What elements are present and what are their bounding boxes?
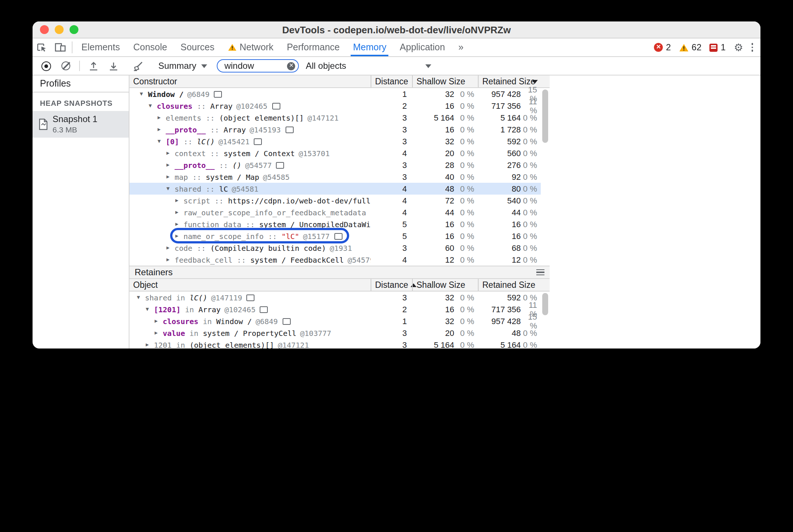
column-header-constructor[interactable]: Constructor xyxy=(129,75,371,87)
tree-row[interactable]: ▶__proto__ :: ()@545773280 %2760 % xyxy=(129,159,541,171)
tree-row[interactable]: ▶script :: https://cdpn.io/web-dot-dev/f… xyxy=(129,195,541,206)
tab-network[interactable]: Network xyxy=(221,38,280,56)
column-header-shallow-size[interactable]: Shallow Size xyxy=(412,75,478,87)
tree-row[interactable]: ▶name_or_scope_info :: "lC"@151775160 %1… xyxy=(129,230,541,242)
object-filter-select[interactable]: All objects xyxy=(306,61,435,71)
issues-badge[interactable]: 1 xyxy=(710,42,726,53)
tree-row[interactable]: ▶elements :: (object elements)[]@1471213… xyxy=(129,112,541,124)
retainer-row[interactable]: ▼[1201] in Array@1024652160 %717 35611 % xyxy=(129,303,541,315)
expand-arrow-icon[interactable]: ▶ xyxy=(175,233,183,239)
tree-row[interactable]: ▶context :: system / Context@1537014200 … xyxy=(129,147,541,159)
expand-arrow-icon[interactable]: ▶ xyxy=(166,245,175,251)
reveal-object-icon[interactable] xyxy=(214,91,222,97)
more-tabs[interactable]: » xyxy=(452,38,470,56)
tree-row[interactable]: ▶map :: system / Map@545853400 %920 % xyxy=(129,171,541,183)
scrollbar-thumb[interactable] xyxy=(542,293,548,315)
expand-arrow-icon[interactable]: ▶ xyxy=(166,150,175,156)
minimize-window-button[interactable] xyxy=(55,25,64,34)
reveal-object-icon[interactable] xyxy=(285,126,293,133)
collapse-arrow-icon[interactable]: ▼ xyxy=(140,91,148,97)
tree-row[interactable]: ▶feedback_cell :: system / FeedbackCell@… xyxy=(129,254,541,266)
column-header-retained-size[interactable]: Retained Size xyxy=(478,279,541,291)
inspect-element-icon[interactable] xyxy=(33,38,51,56)
retainer-row[interactable]: ▶value in system / PropertyCell@10377732… xyxy=(129,327,541,339)
collapse-arrow-icon[interactable]: ▼ xyxy=(149,103,157,109)
snapshot-item[interactable]: Snapshot 1 6.3 MB xyxy=(33,111,129,138)
expand-arrow-icon[interactable]: ▶ xyxy=(175,209,183,215)
tab-console[interactable]: Console xyxy=(126,38,174,56)
warning-badge[interactable]: 62 xyxy=(679,42,702,53)
close-window-button[interactable] xyxy=(40,25,49,34)
scrollbar-thumb[interactable] xyxy=(542,90,548,143)
reveal-object-icon[interactable] xyxy=(247,294,255,301)
tree-row[interactable]: ▼shared :: lC@545814480 %800 % xyxy=(129,183,541,195)
retained-size-cell: 44 xyxy=(478,208,521,217)
collapse-arrow-icon[interactable]: ▼ xyxy=(158,138,166,144)
object-value: lC() xyxy=(197,137,215,145)
traffic-lights xyxy=(40,21,78,38)
collect-garbage-icon[interactable] xyxy=(131,59,144,73)
column-header-object[interactable]: Object xyxy=(129,279,371,291)
device-toolbar-icon[interactable] xyxy=(51,38,70,56)
tab-sources[interactable]: Sources xyxy=(174,38,221,56)
column-header-distance[interactable]: Distance xyxy=(371,279,412,291)
warning-count: 62 xyxy=(692,42,702,53)
separator-text: in xyxy=(172,341,189,349)
tree-row[interactable]: ▶code :: (CompileLazy builtin code)@1931… xyxy=(129,242,541,254)
reveal-object-icon[interactable] xyxy=(272,102,280,109)
retainers-menu-icon[interactable] xyxy=(536,269,544,276)
take-heap-snapshot-button[interactable] xyxy=(39,59,53,73)
retained-percent-cell: 0 % xyxy=(521,196,541,205)
load-profile-button[interactable] xyxy=(87,59,100,73)
tab-memory[interactable]: Memory xyxy=(347,38,393,56)
column-header-distance[interactable]: Distance xyxy=(371,75,412,87)
column-header-shallow-size[interactable]: Shallow Size xyxy=(412,279,478,291)
tab-elements[interactable]: Elements xyxy=(75,38,126,56)
class-filter-input[interactable]: window ✕ xyxy=(217,59,299,73)
tree-row[interactable]: ▼Window /@68491320 %957 42815 % xyxy=(129,88,541,100)
error-badge[interactable]: ✕ 2 xyxy=(654,42,671,53)
tab-performance[interactable]: Performance xyxy=(280,38,346,56)
tab-application[interactable]: Application xyxy=(393,38,452,56)
expand-arrow-icon[interactable]: ▶ xyxy=(175,198,183,203)
collapse-arrow-icon[interactable]: ▼ xyxy=(166,186,175,192)
expand-arrow-icon[interactable]: ▶ xyxy=(158,115,166,121)
reveal-object-icon[interactable] xyxy=(260,306,268,313)
shallow-percent-cell: 0 % xyxy=(454,232,478,240)
tree-row[interactable]: ▶function_data :: system / UncompiledDat… xyxy=(129,218,541,230)
clear-filter-icon[interactable]: ✕ xyxy=(287,62,296,70)
reveal-object-icon[interactable] xyxy=(276,162,284,168)
expand-arrow-icon[interactable]: ▶ xyxy=(155,330,163,336)
expand-arrow-icon[interactable]: ▶ xyxy=(158,127,166,132)
expand-arrow-icon[interactable]: ▶ xyxy=(166,162,175,168)
tree-row[interactable]: ▼closures :: Array@1024652160 %717 35611… xyxy=(129,100,541,112)
retained-percent-cell: 0 % xyxy=(521,137,541,146)
tree-row[interactable]: ▶__proto__ :: Array@1451933160 %1 7280 % xyxy=(129,124,541,135)
retainer-row[interactable]: ▶1201 in (object elements)[]@14712135 16… xyxy=(129,339,541,349)
panel-tabs: ElementsConsoleSourcesNetworkPerformance… xyxy=(75,38,470,56)
retainers-scrollbar[interactable] xyxy=(541,292,550,349)
collapse-arrow-icon[interactable]: ▼ xyxy=(137,294,145,300)
reveal-object-icon[interactable] xyxy=(334,233,342,239)
retained-size-cell: 68 xyxy=(478,243,521,252)
tree-row[interactable]: ▼[0] :: lC()@1454213320 %5920 % xyxy=(129,135,541,147)
expand-arrow-icon[interactable]: ▶ xyxy=(155,318,163,324)
more-options-icon[interactable] xyxy=(751,43,753,52)
save-profile-button[interactable] xyxy=(107,59,120,73)
expand-arrow-icon[interactable]: ▶ xyxy=(146,342,154,348)
retainer-row[interactable]: ▼shared in lC()@1471193320 %5920 % xyxy=(129,292,541,303)
distance-cell: 3 xyxy=(371,243,412,252)
retainer-row[interactable]: ▶closures in Window /@68491320 %957 4281… xyxy=(129,315,541,327)
tree-row[interactable]: ▶raw_outer_scope_info_or_feedback_metada… xyxy=(129,206,541,218)
tree-scrollbar[interactable] xyxy=(541,88,550,266)
settings-gear-icon[interactable]: ⚙ xyxy=(734,42,743,53)
clear-profiles-button[interactable] xyxy=(59,59,72,73)
expand-arrow-icon[interactable]: ▶ xyxy=(175,221,183,227)
reveal-object-icon[interactable] xyxy=(254,138,262,145)
expand-arrow-icon[interactable]: ▶ xyxy=(166,174,175,180)
expand-arrow-icon[interactable]: ▶ xyxy=(166,257,175,263)
perspective-select[interactable]: Summary xyxy=(158,61,207,71)
reveal-object-icon[interactable] xyxy=(282,318,290,324)
zoom-window-button[interactable] xyxy=(70,25,78,34)
collapse-arrow-icon[interactable]: ▼ xyxy=(146,306,154,312)
